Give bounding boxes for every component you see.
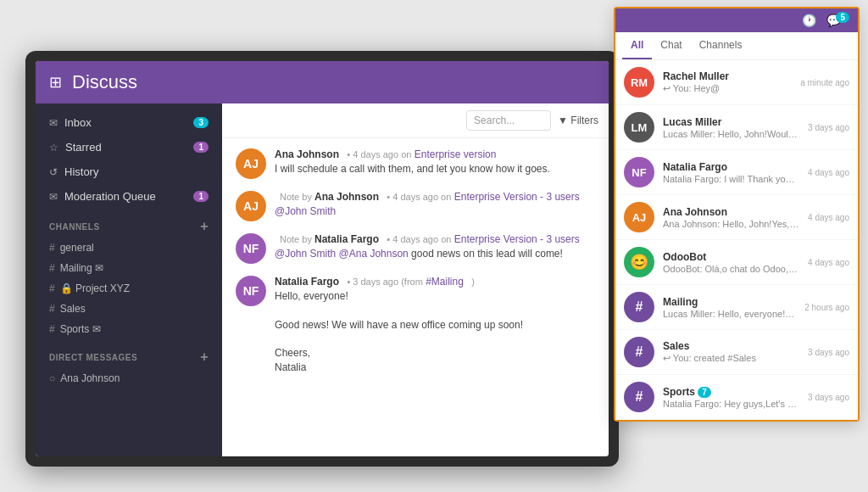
message-text: Hello, everyone! Good news! We will have… (275, 289, 595, 375)
note-label: Note by (280, 192, 314, 202)
popup-item-content: OdooBot OdooBot: Olá,o chat do Odoo, aju… (663, 251, 799, 274)
chat-popup: 🕐 💬 5 All Chat Channels RM Rachel Muller… (614, 7, 860, 422)
sports-badge: 7 (698, 387, 711, 398)
search-input[interactable]: Search... (466, 110, 551, 131)
popup-tabs: All Chat Channels (615, 32, 858, 60)
message-link[interactable]: Enterprise Version - 3 users (454, 233, 580, 245)
dm-ana[interactable]: ○ Ana Johnson (36, 368, 222, 389)
filter-label: ▼ Filters (558, 115, 598, 126)
channel-hash-icon: # (624, 292, 654, 322)
message-text: @John Smith (275, 204, 595, 219)
channel-name: Sports 7 (663, 386, 799, 398)
message-content: Ana Johnson • 4 days ago on Enterprise v… (275, 148, 595, 179)
popup-item-content: Natalia Fargo Natalia Fargo: I will! Tha… (663, 161, 799, 184)
popup-item-content: Sales ↩ You: created #Sales (663, 340, 799, 364)
list-item[interactable]: # Sales ↩ You: created #Sales 3 days ago (615, 330, 858, 375)
message-time: • 4 days ago on (387, 192, 451, 202)
add-dm-button[interactable]: + (200, 349, 209, 365)
avatar: LM (624, 112, 654, 143)
message-text: @John Smith @Ana Johnson good news on th… (275, 247, 595, 261)
list-item[interactable]: AJ Ana Johnson Ana Johnson: Hello, John!… (615, 195, 858, 240)
app-header: ⊞ Discuss (36, 61, 609, 103)
message-content: Natalia Fargo • 3 days ago (from #Mailin… (275, 276, 595, 375)
message-time: 4 days ago (808, 168, 849, 177)
popup-item-content: Rachel Muller ↩ You: Hey@ (663, 70, 792, 94)
tab-chat[interactable]: Chat (652, 32, 690, 59)
sidebar: ✉ Inbox 3 ☆ Starred 1 ↺ History ✉ Modera… (36, 103, 222, 456)
app-title: Discuss (72, 71, 137, 93)
person-icon: ○ (49, 372, 55, 384)
contact-name: Rachel Muller (663, 70, 792, 82)
message-content: Note by Ana Johnson • 4 days ago on Ente… (275, 191, 595, 221)
channel-mailing[interactable]: # Mailing ✉ (36, 258, 222, 278)
list-item[interactable]: RM Rachel Muller ↩ You: Hey@ a minute ag… (615, 60, 858, 105)
list-item[interactable]: # Sports 7 Natalia Fargo: Hey guys,Let's… (615, 375, 858, 420)
mention: @John Smith @Ana Johnson (275, 248, 409, 260)
popup-item-content: Lucas Miller Lucas Miller: Hello, John!W… (663, 116, 799, 139)
channel-general[interactable]: # general (36, 238, 222, 258)
starred-badge: 1 (193, 142, 209, 153)
avatar: NF (236, 276, 266, 306)
starred-icon: ☆ (49, 142, 58, 154)
message-link[interactable]: #Mailing (426, 276, 464, 288)
channel-name-general: general (60, 242, 94, 254)
message-link[interactable]: Enterprise Version - 3 users (454, 191, 580, 203)
sidebar-item-starred[interactable]: ☆ Starred 1 (36, 135, 222, 159)
sidebar-item-history[interactable]: ↺ History (36, 159, 222, 184)
message-row: NF Note by Natalia Fargo • 4 days ago on… (236, 233, 595, 264)
avatar: NF (624, 157, 654, 187)
list-item[interactable]: NF Natalia Fargo Natalia Fargo: I will! … (615, 150, 858, 195)
tab-channels[interactable]: Channels (691, 32, 751, 59)
sidebar-label-starred: Starred (65, 141, 193, 154)
channel-name-sports: Sports ✉ (60, 323, 101, 335)
add-channel-button[interactable]: + (200, 219, 209, 234)
app-body: ✉ Inbox 3 ☆ Starred 1 ↺ History ✉ Modera… (36, 103, 609, 456)
list-item[interactable]: 😊 OdooBot OdooBot: Olá,o chat do Odoo, a… (615, 240, 858, 285)
moderation-icon: ✉ (49, 191, 58, 203)
message-time: • 4 days ago on (387, 234, 451, 244)
inbox-icon: ✉ (49, 117, 58, 129)
sidebar-label-inbox: Inbox (64, 116, 193, 129)
channel-project-xyz[interactable]: # 🔒 Project XYZ (36, 278, 222, 299)
message-time: 2 hours ago (804, 303, 849, 312)
filter-button[interactable]: ▼ Filters (558, 115, 598, 126)
chat-toolbar: Search... ▼ Filters (222, 103, 609, 138)
channel-name-projectxyz: 🔒 Project XYZ (60, 282, 130, 294)
message-content: Note by Natalia Fargo • 4 days ago on En… (275, 233, 595, 264)
message-header: Ana Johnson • 4 days ago on Enterprise v… (275, 148, 595, 160)
chat-messages: AJ Ana Johnson • 4 days ago on Enterpris… (222, 138, 609, 456)
channel-name: Mailing (663, 296, 796, 308)
hash-icon: # (49, 282, 55, 294)
message-link[interactable]: Enterprise version (415, 148, 497, 160)
popup-item-content: Mailing Lucas Miller: Hello, everyone!Th… (663, 296, 796, 319)
grid-icon[interactable]: ⊞ (49, 73, 62, 92)
popup-item-content: Sports 7 Natalia Fargo: Hey guys,Let's g… (663, 386, 799, 409)
message-preview: ↩ You: Hey@ (663, 83, 792, 94)
sidebar-item-moderation[interactable]: ✉ Moderation Queue 1 (36, 184, 222, 209)
channel-sports[interactable]: # Sports ✉ (36, 319, 222, 339)
message-author: Natalia Fargo (275, 276, 339, 288)
avatar: NF (236, 233, 266, 264)
message-time: • 3 days ago (from (347, 277, 422, 287)
hash-icon: # (49, 262, 55, 274)
channel-name: Sales (663, 340, 799, 352)
inbox-badge: 3 (193, 117, 209, 128)
list-item[interactable]: # Mailing Lucas Miller: Hello, everyone!… (615, 285, 858, 330)
avatar: 😊 (624, 247, 654, 277)
message-preview: Natalia Fargo: Hey guys,Let's go running… (663, 399, 799, 409)
contact-name: OdooBot (663, 251, 799, 263)
clock-icon[interactable]: 🕐 (802, 14, 816, 27)
sidebar-item-inbox[interactable]: ✉ Inbox 3 (36, 110, 222, 135)
avatar: AJ (236, 191, 266, 221)
message-author: Ana Johnson (314, 191, 379, 203)
list-item[interactable]: LM Lucas Miller Lucas Miller: Hello, Joh… (615, 105, 858, 150)
hash-icon: # (49, 242, 55, 254)
laptop-frame: ⊞ Discuss ✉ Inbox 3 ☆ Starred 1 ↺ (25, 51, 619, 467)
history-icon: ↺ (49, 166, 58, 178)
popup-list: RM Rachel Muller ↩ You: Hey@ a minute ag… (615, 60, 858, 420)
channel-sales[interactable]: # Sales (36, 299, 222, 319)
message-time: • 4 days ago on (347, 149, 411, 159)
message-preview: Natalia Fargo: I will! Thank you for the… (663, 174, 799, 184)
tab-all[interactable]: All (622, 32, 652, 59)
popup-topbar: 🕐 💬 5 (615, 8, 858, 32)
